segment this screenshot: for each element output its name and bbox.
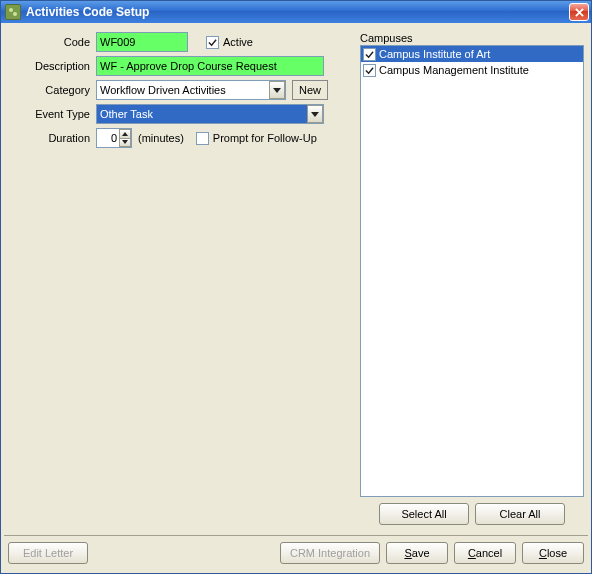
new-category-button[interactable]: New xyxy=(292,80,328,100)
spin-buttons xyxy=(119,129,131,147)
duration-row: Duration (minutes) Prompt for Follow-Up xyxy=(8,128,350,148)
titlebar: Activities Code Setup xyxy=(1,1,591,23)
window-title: Activities Code Setup xyxy=(26,5,569,19)
category-row: Category New xyxy=(8,80,350,100)
code-input[interactable] xyxy=(96,32,188,52)
active-label: Active xyxy=(223,36,253,48)
chevron-up-icon xyxy=(122,132,128,136)
chevron-down-icon xyxy=(273,88,281,93)
campus-item[interactable]: Campus Management Institute xyxy=(361,62,583,78)
category-label: Category xyxy=(8,84,96,96)
client-area: Code Active Description Category xyxy=(1,23,591,573)
event-type-label: Event Type xyxy=(8,108,96,120)
event-type-input[interactable] xyxy=(96,104,324,124)
window: Activities Code Setup Code Active xyxy=(0,0,592,574)
duration-label: Duration xyxy=(8,132,96,144)
campus-item[interactable]: Campus Institute of Art xyxy=(361,46,583,62)
spin-down-button[interactable] xyxy=(119,138,131,148)
right-panel: Campuses Campus Institute of ArtCampus M… xyxy=(360,26,588,529)
cancel-button[interactable]: Cancel xyxy=(454,542,516,564)
edit-letter-button[interactable]: Edit Letter xyxy=(8,542,88,564)
duration-spinner[interactable] xyxy=(96,128,132,148)
category-combo[interactable] xyxy=(96,80,286,100)
event-type-combo[interactable] xyxy=(96,104,324,124)
prompt-followup-checkbox[interactable]: Prompt for Follow-Up xyxy=(196,132,317,145)
category-dropdown-button[interactable] xyxy=(269,81,285,99)
checkbox-box[interactable] xyxy=(363,48,376,61)
description-input[interactable] xyxy=(96,56,324,76)
description-label: Description xyxy=(8,60,96,72)
prompt-followup-label: Prompt for Follow-Up xyxy=(213,132,317,144)
close-icon xyxy=(575,8,584,17)
clear-all-button[interactable]: Clear All xyxy=(475,503,565,525)
crm-integration-button[interactable]: CRM Integration xyxy=(280,542,380,564)
category-input[interactable] xyxy=(96,80,286,100)
duration-units: (minutes) xyxy=(138,132,184,144)
app-icon xyxy=(5,4,21,20)
chevron-down-icon xyxy=(122,140,128,144)
campus-list[interactable]: Campus Institute of ArtCampus Management… xyxy=(360,45,584,497)
check-icon xyxy=(208,38,217,47)
select-all-button[interactable]: Select All xyxy=(379,503,469,525)
campuses-label: Campuses xyxy=(360,32,584,44)
campus-name: Campus Management Institute xyxy=(379,64,529,76)
code-row: Code Active xyxy=(8,32,350,52)
checkbox-box[interactable] xyxy=(363,64,376,77)
active-checkbox[interactable]: Active xyxy=(206,36,253,49)
campus-name: Campus Institute of Art xyxy=(379,48,490,60)
checkbox-box xyxy=(196,132,209,145)
main-area: Code Active Description Category xyxy=(4,26,588,529)
chevron-down-icon xyxy=(311,112,319,117)
event-type-dropdown-button[interactable] xyxy=(307,105,323,123)
event-type-row: Event Type xyxy=(8,104,350,124)
bottom-bar: Edit Letter CRM Integration Save Cancel … xyxy=(4,536,588,570)
select-clear-row: Select All Clear All xyxy=(360,497,584,525)
close-window-button[interactable] xyxy=(569,3,589,21)
save-button[interactable]: Save xyxy=(386,542,448,564)
check-icon xyxy=(365,50,374,59)
svg-point-1 xyxy=(13,12,17,16)
close-button[interactable]: Close xyxy=(522,542,584,564)
code-label: Code xyxy=(8,36,96,48)
left-panel: Code Active Description Category xyxy=(4,26,354,529)
check-icon xyxy=(365,66,374,75)
svg-point-0 xyxy=(9,8,13,12)
spin-up-button[interactable] xyxy=(119,129,131,138)
description-row: Description xyxy=(8,56,350,76)
checkbox-box xyxy=(206,36,219,49)
